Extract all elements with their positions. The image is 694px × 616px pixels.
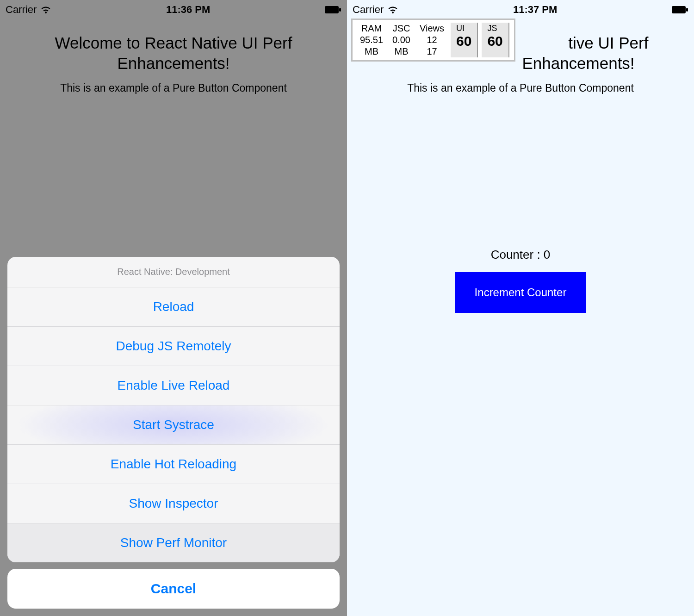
perf-ui-value: 60 xyxy=(456,33,471,49)
wifi-icon xyxy=(387,6,398,14)
perf-js-value: 60 xyxy=(487,33,502,49)
action-live-reload[interactable]: Enable Live Reload xyxy=(7,366,340,405)
perf-views-v2: 17 xyxy=(420,46,444,57)
wifi-icon xyxy=(40,6,51,14)
counter-area: Counter : 0 Increment Counter xyxy=(347,248,694,313)
action-cancel[interactable]: Cancel xyxy=(7,569,340,609)
perf-ui-label: UI xyxy=(456,24,471,33)
svg-rect-2 xyxy=(672,6,686,13)
status-bar: Carrier 11:37 PM xyxy=(347,0,694,17)
screen-content: Welcome to React Native UI Perf Enhancem… xyxy=(0,17,347,94)
perf-views: Views 12 17 xyxy=(415,22,449,58)
perf-views-v1: 12 xyxy=(420,34,444,46)
status-bar: Carrier 11:36 PM xyxy=(0,0,347,17)
increment-button[interactable]: Increment Counter xyxy=(455,272,586,313)
perf-monitor[interactable]: RAM 95.51 MB JSC 0.00 MB Views 12 17 UI … xyxy=(351,19,515,62)
carrier-label: Carrier xyxy=(353,4,384,16)
action-sheet: React Native: Development Reload Debug J… xyxy=(7,257,340,609)
page-subtitle: This is an example of a Pure Button Comp… xyxy=(347,82,694,94)
clock: 11:36 PM xyxy=(166,4,210,16)
carrier-label: Carrier xyxy=(6,4,37,16)
perf-jsc-value: 0.00 xyxy=(392,34,410,46)
action-debug-js[interactable]: Debug JS Remotely xyxy=(7,327,340,366)
action-show-perf-monitor[interactable]: Show Perf Monitor xyxy=(7,523,340,562)
action-start-systrace[interactable]: Start Systrace xyxy=(7,405,340,445)
svg-rect-3 xyxy=(686,8,688,12)
perf-ram: RAM 95.51 MB xyxy=(355,22,388,58)
action-show-inspector[interactable]: Show Inspector xyxy=(7,484,340,523)
perf-jsc-unit: MB xyxy=(392,46,410,57)
battery-icon xyxy=(325,6,341,13)
perf-jsc-label: JSC xyxy=(392,23,410,34)
counter-label: Counter : 0 xyxy=(347,248,694,262)
page-title: Welcome to React Native UI Perf Enhancem… xyxy=(9,33,338,74)
perf-views-label: Views xyxy=(420,23,444,34)
svg-rect-0 xyxy=(325,6,339,13)
perf-ui-fps: UI 60 xyxy=(451,23,478,57)
action-reload[interactable]: Reload xyxy=(7,287,340,327)
phone-right: Carrier 11:37 PM RAM 95.51 MB JSC 0.00 M… xyxy=(347,0,694,616)
perf-js-fps: JS 60 xyxy=(482,23,509,57)
perf-ram-unit: MB xyxy=(360,46,383,57)
page-subtitle: This is an example of a Pure Button Comp… xyxy=(0,82,347,94)
battery-icon xyxy=(672,6,688,13)
phone-left: Carrier 11:36 PM Welcome to React Native… xyxy=(0,0,347,616)
perf-jsc: JSC 0.00 MB xyxy=(388,22,415,58)
clock: 11:37 PM xyxy=(513,4,557,16)
action-hot-reloading[interactable]: Enable Hot Reloading xyxy=(7,445,340,484)
perf-js-label: JS xyxy=(487,24,502,33)
perf-ram-value: 95.51 xyxy=(360,34,383,46)
svg-rect-1 xyxy=(339,8,341,12)
action-sheet-title: React Native: Development xyxy=(7,257,340,287)
perf-ram-label: RAM xyxy=(360,23,383,34)
